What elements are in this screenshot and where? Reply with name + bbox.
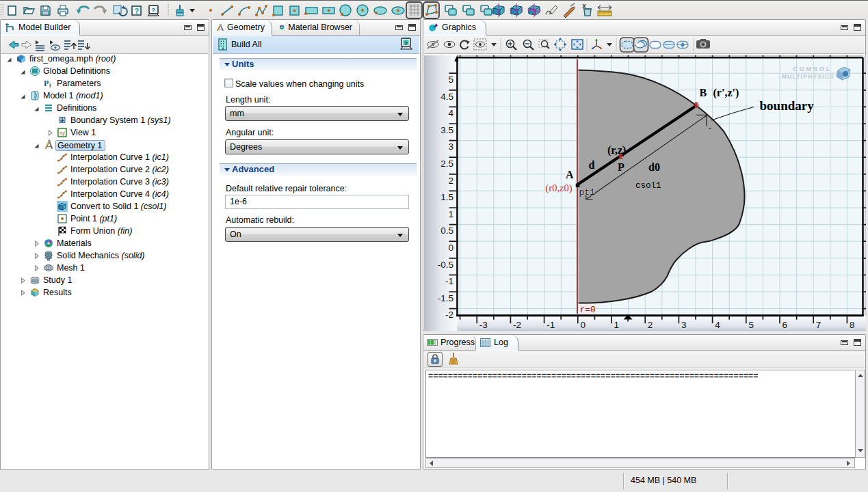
svg-text:r=0: r=0 [580,305,596,315]
svg-text:pt1: pt1 [579,187,596,197]
svg-text:COMSOL: COMSOL [793,65,832,72]
svg-text:i: i [49,82,51,89]
svg-text:d0: d0 [648,161,660,173]
svg-text:?: ? [404,40,408,46]
svg-text:-1: -1 [547,320,555,330]
svg-text:0: 0 [448,243,453,253]
svg-text:(r,z): (r,z) [607,144,626,156]
svg-text:boundary: boundary [760,98,815,113]
svg-text:3: 3 [448,141,453,152]
svg-text:5: 5 [748,320,754,330]
svg-text:xy: xy [60,130,65,136]
svg-text:3: 3 [681,320,687,330]
svg-text:1.5: 1.5 [440,192,453,202]
svg-text:5: 5 [448,74,453,85]
svg-text:7: 7 [816,320,821,330]
svg-text:?: ? [135,7,140,15]
svg-text:?: ? [152,7,156,14]
svg-text:csol1: csol1 [635,181,661,191]
svg-text:2: 2 [648,320,653,330]
svg-text:P: P [618,161,624,173]
svg-text:d: d [589,159,595,171]
svg-text:4: 4 [715,320,720,330]
svg-text:0.5: 0.5 [440,226,453,236]
svg-text:MULTIPHYSICS: MULTIPHYSICS [782,73,834,80]
svg-text:-3: -3 [479,320,488,330]
svg-text:-2: -2 [445,310,453,320]
svg-text:-1: -1 [445,276,453,286]
svg-text:P: P [44,79,49,88]
svg-text:-1.5: -1.5 [438,293,453,303]
svg-text:4.5: 4.5 [440,92,453,102]
svg-text:-2: -2 [513,320,521,330]
svg-text:8: 8 [850,320,855,330]
svg-text:0: 0 [580,320,586,330]
svg-text:2.5: 2.5 [440,159,453,169]
svg-text:1: 1 [448,209,453,219]
svg-text:B: B [700,87,707,98]
svg-text:(r0,z0): (r0,z0) [546,182,573,194]
svg-text:1: 1 [614,320,620,330]
svg-text:4: 4 [448,108,453,118]
svg-text:A: A [566,169,574,180]
svg-text:3.5: 3.5 [440,125,453,135]
svg-text:-0.5: -0.5 [438,260,453,270]
svg-text:(r',z'): (r',z') [713,87,739,99]
svg-text:6: 6 [782,320,788,330]
svg-text:2: 2 [448,176,453,186]
